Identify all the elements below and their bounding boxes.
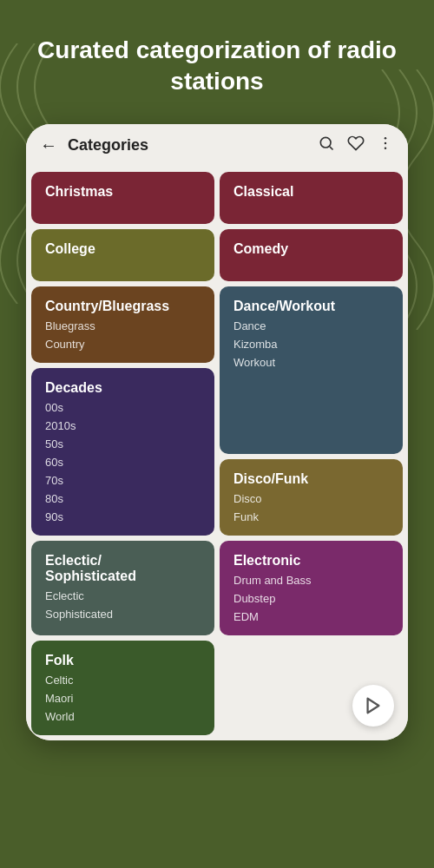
category-folk[interactable]: Folk Celtic Maori World	[31, 641, 214, 735]
header-title: Categories	[68, 136, 307, 155]
category-classical[interactable]: Classical	[220, 172, 403, 224]
categories-grid: Christmas Classical College Comedy Count…	[26, 167, 408, 740]
phone-frame: ← Categories Christmas	[26, 124, 408, 740]
category-comedy[interactable]: Comedy	[220, 229, 403, 281]
more-icon[interactable]	[377, 135, 394, 156]
category-electronic[interactable]: Electronic Drum and Bass Dubstep EDM	[220, 541, 403, 635]
category-decades[interactable]: Decades 00s 2010s 50s 60s 70s 80s 90s	[31, 368, 214, 536]
category-country-bluegrass[interactable]: Country/Bluegrass Bluegrass Country	[31, 286, 214, 363]
search-icon[interactable]	[318, 135, 335, 156]
hero-section: Curated categorization of radio stations	[0, 0, 434, 124]
svg-line-1	[330, 147, 333, 150]
svg-point-2	[385, 137, 387, 140]
header-bar: ← Categories	[26, 124, 408, 167]
svg-marker-5	[368, 699, 379, 713]
hero-title: Curated categorization of radio stations	[26, 35, 408, 98]
header-icons	[318, 135, 394, 156]
back-button[interactable]: ←	[40, 135, 57, 155]
heart-icon[interactable]	[347, 135, 365, 156]
category-christmas[interactable]: Christmas	[31, 172, 214, 224]
svg-point-3	[385, 142, 387, 145]
category-dance-workout[interactable]: Dance/Workout Dance Kizomba Workout	[220, 286, 403, 454]
svg-point-4	[385, 147, 387, 149]
fab-button[interactable]	[352, 685, 394, 727]
category-eclectic[interactable]: Eclectic/Sophisticated Eclectic Sophisti…	[31, 541, 214, 635]
category-college[interactable]: College	[31, 229, 214, 281]
svg-point-0	[320, 137, 331, 148]
category-disco-funk[interactable]: Disco/Funk Disco Funk	[220, 459, 403, 536]
